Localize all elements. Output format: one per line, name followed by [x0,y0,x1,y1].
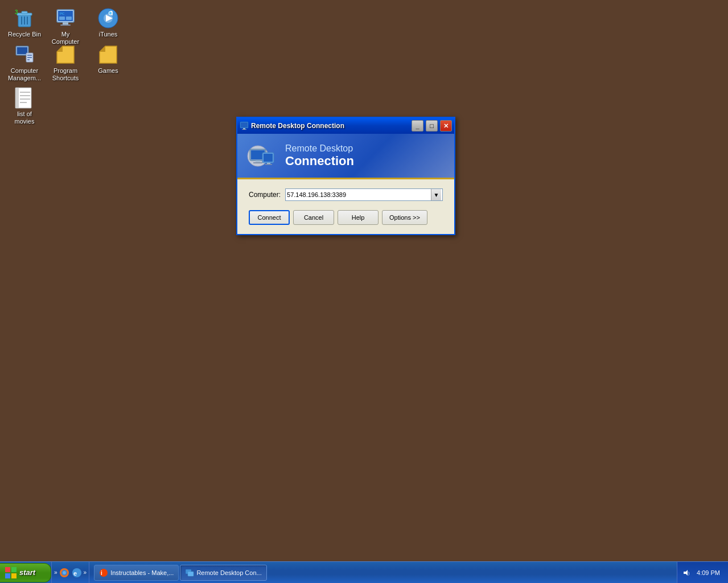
svg-rect-31 [15,88,19,108]
rdc-computer-row: Computer: ▼ [249,188,443,201]
program-shortcuts-icon[interactable]: Program Shortcuts [46,41,85,84]
svg-rect-2 [22,11,27,14]
computer-dropdown-arrow[interactable]: ▼ [431,189,441,200]
svg-rect-12 [66,17,72,20]
svg-point-17 [109,11,112,15]
rdc-header-line2: Connection [285,154,354,169]
my-computer-image: PC [54,7,77,30]
close-button[interactable]: ✕ [440,120,452,132]
ql-firefox-icon[interactable] [59,567,70,578]
svg-marker-26 [57,46,74,63]
instructables-icon: i [99,568,108,577]
svg-rect-43 [256,161,260,162]
list-of-movies-icon[interactable]: list of movies [5,84,44,128]
games-icon[interactable]: Games [88,41,128,77]
ql-ie-icon[interactable]: e [71,567,83,578]
svg-rect-52 [11,573,17,578]
svg-rect-51 [5,573,10,578]
minimize-button[interactable]: _ [412,120,423,132]
help-button[interactable]: Help [338,210,379,225]
rdc-taskbar-icon [185,568,194,577]
rdc-computer-input[interactable]: ▼ [285,188,443,201]
rdc-title-text: Remote Desktop Connection [251,122,409,130]
rdc-dialog: Remote Desktop Connection _ □ ✕ [236,117,455,235]
windows-logo [5,566,17,579]
svg-rect-10 [60,24,71,26]
svg-rect-11 [59,17,65,20]
rdc-titlebar[interactable]: Remote Desktop Connection _ □ ✕ [237,118,454,134]
svg-rect-39 [242,129,246,130]
svg-text:e: e [73,570,77,577]
computer-management-image [13,43,36,66]
computer-address-field[interactable] [287,189,431,200]
taskbar-item-rdc[interactable]: Remote Desktop Con... [180,565,266,581]
recycle-bin-icon[interactable]: 3 Recycle Bin [5,5,44,40]
tray-speaker-icon[interactable]: ) [682,568,691,577]
itunes-label: iTunes [99,31,118,38]
games-label: Games [98,67,118,75]
start-button[interactable]: start [0,563,51,582]
svg-text:3: 3 [15,9,18,15]
quick-launch: » e » [51,562,89,583]
svg-marker-62 [684,570,688,576]
options-button[interactable]: Options >> [382,210,427,225]
rdc-title-icon [240,121,249,130]
rdc-body: Computer: ▼ Connect Cancel Help Options … [237,179,454,234]
svg-rect-9 [63,22,68,24]
ql-expand[interactable]: » [54,569,57,576]
svg-rect-21 [17,47,27,54]
svg-rect-44 [253,162,262,163]
connect-button[interactable]: Connect [249,210,290,225]
svg-rect-47 [267,163,270,164]
list-of-movies-image [13,87,36,109]
rdc-buttons: Connect Cancel Help Options >> [249,210,443,225]
ql-extend[interactable]: » [84,569,87,576]
program-shortcuts-image [54,43,77,66]
svg-text:): ) [688,571,689,576]
rdc-header-icon [246,140,278,172]
rdc-header-text: Remote Desktop Connection [285,143,354,169]
instructables-label: Instructables - Make,... [110,569,174,576]
itunes-icon[interactable]: iTunes [88,5,128,40]
recycle-bin-image: 3 [13,7,36,30]
taskbar-items: i Instructables - Make,... Remote Deskto… [92,562,677,583]
svg-rect-49 [5,567,10,572]
taskbar: start » e » i Instruct [0,561,728,583]
svg-text:i: i [101,570,102,576]
cancel-button[interactable]: Cancel [293,210,334,225]
svg-rect-50 [11,567,17,572]
rdc-computer-label: Computer: [249,191,281,199]
program-shortcuts-label: Program Shortcuts [48,67,83,82]
list-of-movies-label: list of movies [7,110,42,125]
desktop: 3 Recycle Bin PC My Computer [0,0,728,542]
restore-button[interactable]: □ [426,120,438,132]
computer-management-label: Computer Managem... [7,67,42,82]
taskbar-tray: ) 4:09 PM [677,562,728,583]
svg-point-55 [63,571,66,574]
start-label: start [19,568,35,577]
rdc-taskbar-label: Remote Desktop Con... [196,569,261,576]
svg-rect-48 [265,164,272,165]
rdc-header: Remote Desktop Connection [237,134,454,179]
recycle-bin-label: Recycle Bin [8,31,41,38]
svg-rect-46 [264,154,273,162]
rdc-header-line1: Remote Desktop [285,143,354,154]
svg-rect-61 [188,572,194,576]
svg-rect-37 [241,122,248,128]
svg-text:PC: PC [60,12,65,15]
svg-rect-38 [243,128,245,129]
svg-marker-27 [57,46,63,52]
computer-management-icon[interactable]: Computer Managem... [5,41,44,84]
games-image [97,43,120,66]
system-clock: 4:09 PM [693,569,723,576]
svg-marker-29 [100,46,105,52]
itunes-image [97,7,120,30]
taskbar-item-instructables[interactable]: i Instructables - Make,... [94,565,179,581]
svg-marker-28 [100,46,117,63]
